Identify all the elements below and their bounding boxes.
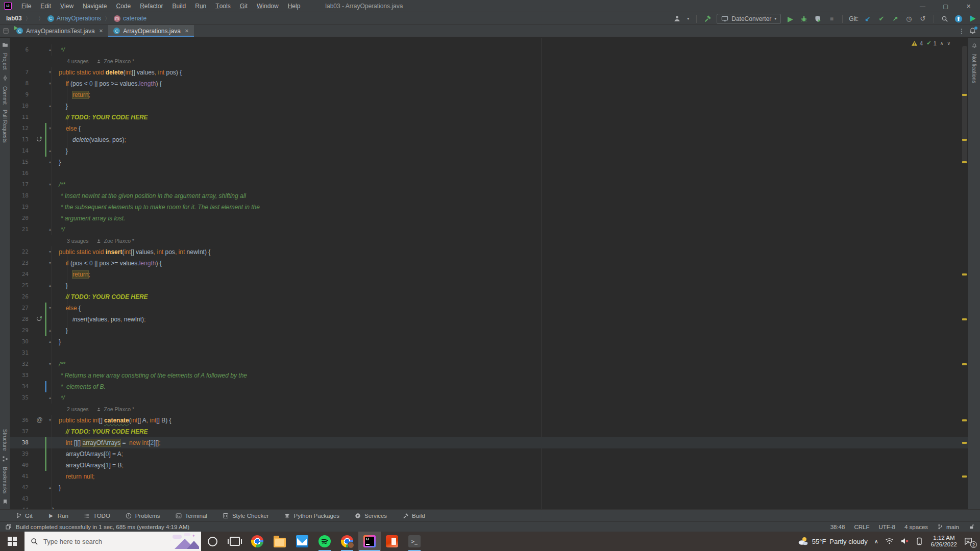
recursive-gutter-icon[interactable] — [36, 315, 43, 323]
next-warning-icon[interactable]: ∨ — [947, 41, 950, 46]
line-number[interactable]: 10 — [10, 101, 29, 112]
line-number[interactable]: 34 — [10, 381, 29, 392]
taskbar-app-spotify[interactable] — [313, 532, 336, 551]
code-line[interactable]: 43 — [10, 493, 968, 505]
code-text[interactable]: insert(values, pos, newInt); — [52, 314, 968, 325]
code-line[interactable]: 35▴ */ — [10, 392, 968, 404]
line-number[interactable]: 14 — [10, 145, 29, 157]
code-text[interactable] — [52, 347, 968, 359]
code-text[interactable]: } — [52, 145, 968, 157]
line-number[interactable]: 6 — [10, 44, 29, 56]
file-encoding[interactable]: UTF-8 — [878, 524, 895, 530]
code-text[interactable]: else { — [52, 123, 968, 134]
recursive-gutter-icon[interactable] — [36, 136, 43, 143]
code-line[interactable]: 24 return; — [10, 269, 968, 280]
code-line[interactable]: 9 return; — [10, 89, 968, 101]
error-stripe-mark[interactable] — [962, 442, 967, 444]
menu-run[interactable]: Run — [190, 0, 211, 12]
vcs-change-marker[interactable] — [45, 437, 46, 448]
vcs-change-marker[interactable] — [45, 314, 46, 325]
error-stripe-mark[interactable] — [962, 139, 967, 141]
author-hint[interactable]: Zoe Plaxco * — [104, 404, 134, 415]
tool-window-button-build[interactable]: Build — [402, 512, 425, 519]
tab-ArrayOperations.java[interactable]: CArrayOperations.java✕ — [108, 25, 194, 37]
caret-position[interactable]: 38:48 — [830, 524, 845, 530]
tool-window-button-problems[interactable]: Problems — [126, 512, 160, 519]
code-text[interactable]: public static void insert(int[] values, … — [52, 246, 968, 258]
taskbar-app-cortana[interactable] — [201, 532, 224, 551]
code-line[interactable]: 27▾ else { — [10, 303, 968, 314]
code-text[interactable]: } — [52, 336, 968, 347]
tab-bar-corner-icon[interactable] — [0, 25, 11, 37]
menu-file[interactable]: File — [17, 0, 36, 12]
action-center-icon[interactable]: 2 — [964, 537, 974, 546]
tab-close-icon[interactable]: ✕ — [185, 28, 189, 34]
start-button[interactable] — [0, 532, 24, 551]
line-number[interactable]: 39 — [10, 448, 29, 460]
line-number[interactable]: 36 — [10, 415, 29, 426]
code-text[interactable]: } — [52, 482, 968, 493]
debug-button[interactable] — [799, 14, 808, 23]
code-text[interactable]: else { — [52, 303, 968, 314]
code-line[interactable]: 16 — [10, 168, 968, 179]
line-number[interactable]: 40 — [10, 460, 29, 471]
breadcrumb-item[interactable]: mcatenate — [114, 15, 146, 22]
code-text[interactable]: return; — [52, 89, 968, 101]
taskbar-app-terminal[interactable]: >_ — [403, 532, 426, 551]
code-text[interactable]: */ — [52, 44, 968, 56]
user-profile-icon[interactable] — [672, 14, 681, 23]
code-text[interactable]: /** — [52, 359, 968, 370]
status-message[interactable]: Build completed successfully in 1 sec, 6… — [16, 524, 189, 530]
scrollbar-thumb[interactable] — [962, 46, 967, 163]
code-line[interactable]: 37 // TODO: YOUR CODE HERE — [10, 426, 968, 437]
usages-hint[interactable]: 2 usages — [67, 404, 89, 415]
code-line[interactable]: 40 arrayOfArrays[1] = B; — [10, 460, 968, 471]
stop-button[interactable]: ■ — [827, 14, 836, 23]
error-stripe[interactable] — [961, 38, 968, 509]
code-line[interactable]: 12▾ else { — [10, 123, 968, 134]
tool-window-button-run[interactable]: ▶Run — [48, 512, 68, 519]
code-text[interactable]: * the subsequent elements up to make roo… — [52, 202, 968, 213]
code-line[interactable]: 31 — [10, 347, 968, 359]
code-text[interactable] — [52, 168, 968, 179]
minimize-button[interactable]: — — [911, 0, 934, 12]
run-with-coverage-button[interactable] — [813, 14, 822, 23]
restore-tool-window-icon[interactable] — [5, 523, 12, 530]
usages-hint[interactable]: 3 usages — [67, 235, 89, 246]
code-line[interactable]: 14▴ } — [10, 145, 968, 157]
code-line[interactable]: 36@▾ public static int[] catenate(int[] … — [10, 415, 968, 426]
stripe-item-project[interactable]: Project — [2, 53, 8, 70]
code-text[interactable]: */ — [52, 392, 968, 404]
line-number[interactable]: 18 — [10, 190, 29, 202]
git-rollback-button[interactable]: ↺ — [918, 14, 927, 23]
run-button[interactable]: ▶ — [786, 14, 795, 23]
code-line[interactable]: 6▴ */ — [10, 44, 968, 56]
menu-view[interactable]: View — [56, 0, 78, 12]
code-text[interactable]: // TODO: YOUR CODE HERE — [52, 112, 968, 123]
code-text[interactable]: public static void delete(int[] values, … — [52, 67, 968, 78]
breadcrumb-item[interactable]: lab03 — [6, 15, 22, 22]
wifi-icon[interactable] — [885, 537, 894, 546]
vcs-change-marker[interactable] — [45, 448, 46, 460]
vcs-change-marker[interactable] — [45, 460, 46, 471]
close-button[interactable]: ✕ — [957, 0, 980, 12]
line-number[interactable]: 33 — [10, 370, 29, 381]
code-line[interactable]: 15▴ } — [10, 157, 968, 168]
menu-refactor[interactable]: Refactor — [135, 0, 167, 12]
line-number[interactable]: 22 — [10, 246, 29, 258]
line-number[interactable]: 44 — [10, 505, 29, 509]
line-number[interactable]: 35 — [10, 392, 29, 404]
code-text[interactable]: arrayOfArrays[0] = A; — [52, 448, 968, 460]
git-branch-widget[interactable]: main — [937, 523, 959, 530]
code-line[interactable]: 19 * the subsequent elements up to make … — [10, 202, 968, 213]
code-line[interactable]: 18 * Insert newInt at the given position… — [10, 190, 968, 202]
code-text[interactable]: public static int[] catenate(int[] A, in… — [52, 415, 968, 426]
code-text[interactable]: // TODO: YOUR CODE HERE — [52, 426, 968, 437]
line-number[interactable]: 19 — [10, 202, 29, 213]
line-number[interactable]: 24 — [10, 269, 29, 280]
code-line[interactable]: 38 int [][] arrayOfArrays = new int[2][]… — [10, 437, 968, 448]
line-number[interactable]: 12 — [10, 123, 29, 134]
code-text[interactable]: return null; — [52, 471, 968, 482]
code-line[interactable]: 10▴ } — [10, 101, 968, 112]
code-text[interactable]: * Insert newInt at the given position in… — [52, 190, 968, 202]
